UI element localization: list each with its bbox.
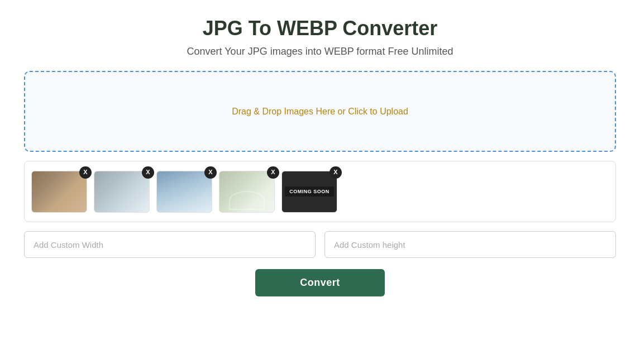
remove-image-1-button[interactable]: X: [79, 166, 92, 179]
custom-height-input[interactable]: [324, 231, 616, 258]
remove-image-3-button[interactable]: X: [204, 166, 217, 179]
inputs-row: [24, 231, 616, 258]
main-container: JPG To WEBP Converter Convert Your JPG i…: [24, 17, 616, 296]
page-subtitle: Convert Your JPG images into WEBP format…: [187, 46, 453, 58]
drop-zone-label: Drag & Drop Images Here or Click to Uplo…: [232, 107, 408, 117]
image-thumb-4: [219, 171, 275, 213]
image-item: X: [156, 171, 212, 213]
image-item: X: [219, 171, 275, 213]
image-item: X: [31, 171, 87, 213]
remove-image-4-button[interactable]: X: [267, 166, 279, 179]
image-thumb-2: [94, 171, 150, 213]
image-thumb-5: COMING SOON: [281, 171, 337, 213]
remove-image-5-button[interactable]: X: [329, 166, 342, 179]
coming-soon-badge: COMING SOON: [285, 186, 334, 197]
image-item: X: [94, 171, 150, 213]
drop-zone[interactable]: Drag & Drop Images Here or Click to Uplo…: [24, 71, 616, 152]
image-item: COMING SOON X: [281, 171, 337, 213]
image-thumb-1: [31, 171, 87, 213]
image-list: X X X X COMING SOON X: [24, 161, 616, 222]
image-thumb-3: [156, 171, 212, 213]
convert-button[interactable]: Convert: [255, 269, 385, 296]
page-title: JPG To WEBP Converter: [203, 17, 438, 40]
remove-image-2-button[interactable]: X: [142, 166, 154, 179]
custom-width-input[interactable]: [24, 231, 316, 258]
